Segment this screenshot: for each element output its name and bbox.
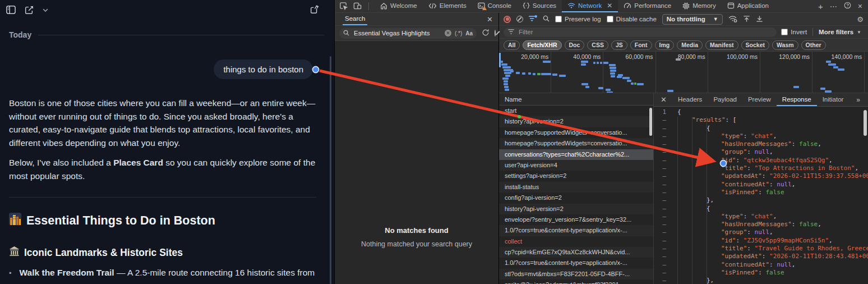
device-toolbar-icon[interactable]	[353, 2, 362, 11]
preserve-log-checkbox[interactable]: Preserve log	[555, 16, 601, 22]
type-filter-all[interactable]: All	[504, 40, 520, 50]
close-devtools-icon[interactable]: ×	[858, 2, 862, 11]
request-row[interactable]: conversations?types=chat%2Ccharacter%2..…	[499, 149, 653, 160]
request-list-scrollbar[interactable]	[649, 108, 652, 136]
clear-search-results-icon[interactable]	[495, 30, 496, 36]
request-list-name-header[interactable]: Name	[499, 93, 653, 106]
request-row[interactable]: sprite@2x.json?ods=mvt&mbxs=f83f2201-...	[499, 280, 653, 284]
sidebar-toggle-icon[interactable]	[6, 4, 16, 15]
devtools-tab-performance[interactable]: Performance	[618, 0, 677, 12]
devtools-tab-elements[interactable]: Elements	[423, 0, 472, 12]
search-network-icon[interactable]	[543, 15, 550, 23]
response-json-viewer[interactable]: 1{–"results": [–{–"type": "chat",–"hasUn…	[654, 107, 868, 284]
timeline-range-handle[interactable]	[499, 53, 501, 67]
clear-network-log-icon[interactable]	[516, 16, 523, 22]
request-row[interactable]: stl?ods=mvt&mbxs=F83F2201-05FD-4BFF-...	[499, 269, 653, 280]
devtools-tab-memory[interactable]: Memory	[677, 0, 722, 12]
throttling-select[interactable]: No throttling ▼	[662, 14, 723, 25]
share-icon[interactable]	[310, 4, 320, 15]
network-overview-timeline[interactable]: 20,000 ms40,000 ms60,000 ms80,000 ms100,…	[499, 52, 868, 93]
clear-search-icon[interactable]: ✕	[445, 30, 451, 36]
type-filter-font[interactable]: Font	[630, 40, 652, 50]
request-row[interactable]: 1.0/?cors=true&content-type=application/…	[499, 258, 653, 268]
preserve-log-input[interactable]	[555, 16, 562, 22]
request-row[interactable]: homepage?supportedWidgets=conversatio...	[499, 138, 653, 149]
network-conditions-icon[interactable]	[728, 15, 737, 24]
response-tab-headers[interactable]: Headers	[672, 93, 708, 106]
add-tab-icon[interactable]: +	[818, 2, 823, 11]
inspect-element-icon[interactable]	[339, 2, 348, 11]
devtools-tab-label: Performance	[634, 2, 671, 9]
devtools-tab-label: Welcome	[390, 2, 417, 9]
type-filter-socket[interactable]: Socket	[741, 40, 769, 50]
waterfall-bar	[593, 62, 595, 64]
response-tab-preview[interactable]: Preview	[742, 93, 777, 106]
json-token: "updatedAt"	[721, 253, 762, 260]
type-filter-img[interactable]: Img	[655, 40, 675, 50]
new-chat-icon[interactable]	[24, 5, 34, 15]
help-icon[interactable]	[844, 2, 851, 11]
type-filter-fetch-xhr[interactable]: Fetch/XHR	[523, 40, 561, 50]
import-har-icon[interactable]	[743, 15, 750, 24]
request-row[interactable]: history?api-version=2	[499, 204, 653, 214]
devtools-tab-console[interactable]: Console	[472, 0, 517, 12]
search-input[interactable]	[353, 29, 441, 37]
type-filter-other[interactable]: Other	[801, 40, 826, 50]
line-number: –	[654, 237, 671, 245]
json-line-content: "type": "chat",	[671, 213, 777, 221]
request-row[interactable]: history?api-version=2	[499, 116, 653, 127]
type-filter-js[interactable]: JS	[611, 40, 627, 50]
type-filter-css[interactable]: CSS	[587, 40, 608, 50]
invert-input[interactable]	[781, 29, 788, 35]
type-filter-doc[interactable]: Doc	[565, 40, 585, 50]
invert-checkbox[interactable]: Invert	[781, 29, 807, 35]
chevron-down-icon[interactable]	[42, 7, 49, 13]
close-response-panel-icon[interactable]: ✕	[654, 95, 672, 104]
response-scrollbar[interactable]	[864, 110, 867, 136]
disable-cache-input[interactable]	[607, 16, 613, 22]
response-tab-payload[interactable]: Payload	[708, 93, 742, 106]
request-row[interactable]: config?api-version=2	[499, 193, 653, 203]
devtools-tab-sources[interactable]: Sources	[517, 0, 562, 12]
json-line: –"group": null,	[654, 228, 868, 236]
disable-cache-checkbox[interactable]: Disable cache	[607, 16, 657, 22]
chat-scrollbar[interactable]	[330, 56, 331, 284]
chip-icon	[682, 2, 690, 10]
user-message-bubble[interactable]: things to do in boston	[214, 59, 313, 79]
type-filter-wasm[interactable]: Wasm	[772, 40, 798, 50]
json-token: },	[707, 277, 714, 284]
request-row[interactable]: homepage?supportedWidgets=conversatio...	[499, 127, 653, 138]
request-row[interactable]: cp?cpid=kEmGE7xQ9taXCz8ckWHJN&cvid...	[499, 247, 653, 258]
request-row[interactable]: settings?api-version=2	[499, 171, 653, 181]
devtools-tab-welcome[interactable]: Welcome	[375, 0, 423, 12]
response-tab-initiator[interactable]: Initiator	[817, 93, 849, 106]
refresh-search-icon[interactable]	[482, 29, 490, 38]
devtools-tab-application[interactable]: Application	[722, 0, 774, 12]
json-token: false	[765, 189, 784, 196]
tab-search[interactable]: Search	[343, 13, 367, 25]
type-filter-media[interactable]: Media	[677, 40, 703, 50]
more-options-icon[interactable]: ⋯	[830, 2, 837, 11]
regex-toggle[interactable]: (.*)	[455, 30, 462, 36]
filter-input[interactable]	[518, 28, 772, 36]
close-tab-icon[interactable]: ✕	[607, 2, 612, 10]
response-tab-response[interactable]: Response	[777, 93, 817, 106]
case-sensitive-toggle[interactable]: Aa	[465, 30, 473, 36]
more-filters-button[interactable]: More filters ▼	[819, 29, 864, 35]
request-row[interactable]: envelope/?sentry_version=7&sentry_key=32…	[499, 214, 653, 225]
export-har-icon[interactable]	[756, 15, 763, 24]
devtools-tab-network[interactable]: Network✕	[562, 0, 618, 12]
type-filter-manifest[interactable]: Manifest	[705, 40, 738, 50]
request-row[interactable]: user?api-version=4	[499, 160, 653, 171]
waterfall-bar	[533, 73, 535, 75]
request-row[interactable]: start	[499, 106, 653, 116]
request-row[interactable]: 1.0/?cors=true&content-type=application/…	[499, 225, 653, 236]
close-search-panel-icon[interactable]: ✕	[487, 15, 493, 24]
response-tabs: ✕ HeadersPayloadPreviewResponseInitiator…	[654, 93, 868, 107]
record-network-log-icon[interactable]	[504, 16, 511, 23]
network-settings-gear-icon[interactable]: ⚙	[857, 15, 864, 24]
request-row[interactable]: install-status	[499, 182, 653, 193]
request-row[interactable]: collect	[499, 236, 653, 247]
more-tabs-chevron-icon[interactable]: »	[856, 96, 868, 104]
filter-toggle-icon[interactable]	[529, 15, 537, 23]
